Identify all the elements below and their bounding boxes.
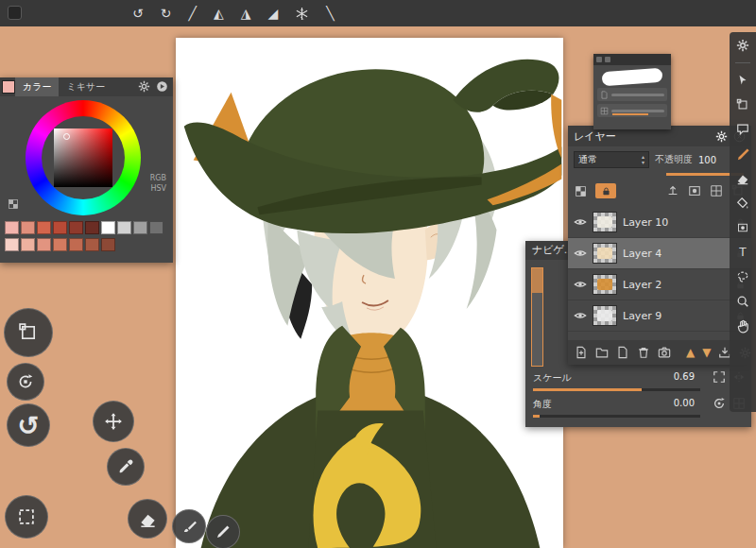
move-cursor-icon[interactable] (735, 73, 750, 88)
brush-button[interactable] (172, 509, 206, 543)
pen-settings-button[interactable] (206, 515, 240, 548)
angle-slider[interactable] (533, 415, 700, 418)
lock-layer-button[interactable] (595, 183, 616, 198)
layers-settings-gear-icon[interactable] (715, 130, 728, 143)
brush-size-slider[interactable] (612, 113, 648, 115)
brush-tool-icon[interactable] (735, 146, 750, 162)
gradient-tool-icon[interactable]: ◢ (267, 7, 278, 20)
current-color-chip[interactable] (2, 80, 15, 94)
color-swatch[interactable] (69, 221, 83, 234)
hue-wheel[interactable] (26, 100, 141, 215)
rotate-reset-button[interactable] (7, 363, 44, 401)
layer-name: Layer 9 (623, 310, 662, 322)
color-swatch[interactable] (53, 238, 67, 251)
text-tool-icon[interactable]: T (735, 245, 750, 260)
swatch-row-1 (5, 221, 163, 234)
clipping-icon[interactable] (666, 184, 679, 197)
eraser-button[interactable] (128, 499, 167, 539)
rotate-reset-icon[interactable] (713, 397, 726, 410)
redo-icon[interactable]: ↻ (161, 7, 172, 20)
eyedropper-button[interactable] (107, 448, 145, 486)
tone-compare-icon[interactable] (8, 198, 19, 210)
scatter-brush-icon[interactable]: ◭ (214, 7, 224, 20)
visibility-eye-icon[interactable] (574, 247, 587, 260)
scale-row: スケール 0.69 (531, 371, 746, 385)
window-menu-button[interactable] (8, 6, 22, 20)
color-swatch[interactable] (101, 238, 115, 251)
hsv-label[interactable]: HSV (150, 184, 166, 193)
layers-panel-title: レイヤー (574, 129, 616, 144)
dock-icon[interactable] (596, 57, 602, 62)
color-swatch[interactable] (85, 221, 99, 234)
pen-tool-icon[interactable]: ╱ (188, 7, 196, 20)
color-swatch[interactable] (101, 221, 115, 234)
transform-box-icon[interactable] (735, 97, 750, 112)
fit-screen-icon[interactable] (713, 370, 726, 384)
color-swatch[interactable] (37, 238, 51, 251)
brush-size-row[interactable] (597, 104, 667, 117)
line-tool-icon[interactable]: ╲ (326, 7, 334, 20)
color-swatch[interactable] (133, 221, 147, 234)
speech-bubble-icon[interactable] (735, 122, 750, 137)
color-swatch[interactable] (5, 238, 19, 251)
color-swatch[interactable] (21, 238, 35, 251)
color-menu-icon[interactable] (156, 80, 168, 93)
layer-row[interactable]: Layer 4 (568, 238, 751, 269)
layer-row[interactable]: Layer 10 (568, 207, 751, 238)
undo-icon[interactable]: ↺ (132, 7, 144, 20)
undo-button[interactable]: ↺ (7, 403, 50, 447)
navigator-zoom-strip[interactable] (531, 267, 543, 367)
snowflake-brush-icon[interactable] (295, 7, 309, 21)
drawing-canvas[interactable] (176, 38, 563, 548)
saturation-value-square[interactable] (54, 128, 112, 187)
visibility-eye-icon[interactable] (574, 309, 587, 322)
rgb-label[interactable]: RGB (150, 174, 166, 182)
settings-gear-icon[interactable] (735, 38, 750, 53)
color-swatch[interactable] (149, 221, 163, 234)
color-swatch[interactable] (21, 221, 35, 234)
color-swatch[interactable] (53, 221, 67, 234)
visibility-eye-icon[interactable] (574, 278, 587, 291)
color-swatch[interactable] (85, 238, 99, 251)
blend-mode-dropdown[interactable]: 通常 ▴▾ (574, 151, 649, 168)
lasso-tool-icon[interactable] (735, 269, 750, 284)
transform-button[interactable] (4, 308, 53, 357)
layer-row[interactable]: Layer 9 (568, 300, 751, 332)
duplicate-layer-icon[interactable] (616, 346, 629, 359)
stencil-grid-icon[interactable] (710, 184, 723, 197)
color-swatch[interactable] (117, 221, 131, 234)
add-folder-icon[interactable] (595, 346, 609, 359)
move-button[interactable] (93, 401, 134, 442)
brush-list-item[interactable] (597, 88, 667, 101)
eraser-tool-icon[interactable] (735, 171, 750, 186)
fill-bucket-icon[interactable] (735, 196, 750, 211)
color-swatch[interactable] (37, 221, 51, 234)
layer-row[interactable]: Layer 2 (568, 269, 751, 300)
move-layer-down-icon[interactable]: ▼ (702, 347, 711, 358)
color-swatch[interactable] (5, 221, 19, 234)
color-settings-gear-icon[interactable] (138, 80, 150, 93)
move-layer-up-icon[interactable]: ▲ (686, 347, 695, 358)
zoom-tool-icon[interactable] (735, 294, 750, 309)
hand-tool-icon[interactable] (735, 318, 750, 334)
layer-name: Layer 4 (623, 248, 662, 260)
transparent-bg-icon[interactable] (575, 185, 587, 197)
tab-mixer[interactable]: ミキサー (59, 77, 112, 96)
pin-icon[interactable] (605, 57, 610, 62)
scale-slider[interactable] (533, 388, 700, 391)
visibility-eye-icon[interactable] (574, 215, 587, 229)
tab-color[interactable]: カラー (15, 77, 59, 96)
shape-tool-icon[interactable] (735, 220, 750, 235)
pattern-brush-icon[interactable]: ◮ (241, 7, 251, 20)
delete-layer-icon[interactable] (637, 346, 650, 359)
add-layer-icon[interactable] (575, 346, 588, 359)
mask-icon[interactable] (688, 184, 701, 197)
opacity-label: 不透明度 (655, 153, 693, 166)
select-button[interactable] (5, 495, 48, 539)
color-swatch[interactable] (69, 238, 83, 251)
artwork-illustration (176, 38, 563, 548)
snapshot-camera-icon[interactable] (658, 346, 671, 359)
layer-name: Layer 10 (623, 216, 668, 229)
color-picker-cursor[interactable] (63, 133, 70, 140)
top-toolbar: ↺ ↻ ╱ ◭ ◮ ◢ ╲ (0, 0, 756, 26)
